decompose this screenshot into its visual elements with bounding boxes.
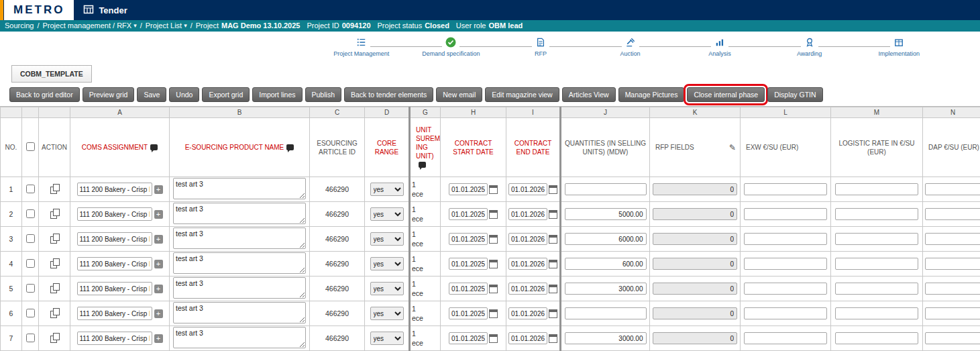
exw-input[interactable] — [744, 208, 827, 220]
edit-magazine-view-button[interactable]: Edit magazine view — [485, 87, 559, 102]
logistic-rate-input[interactable] — [835, 233, 918, 245]
calendar-icon[interactable] — [549, 185, 557, 194]
calendar-icon[interactable] — [549, 309, 557, 318]
calendar-icon[interactable] — [549, 210, 557, 219]
calendar-icon[interactable] — [489, 210, 498, 219]
contract-start-input[interactable] — [449, 258, 488, 270]
dap-input[interactable] — [925, 307, 980, 319]
contract-end-input[interactable] — [508, 208, 547, 220]
tab-cobm-template[interactable]: COBM_TEMPLATE — [11, 65, 92, 83]
contract-start-input[interactable] — [449, 183, 488, 195]
calendar-icon[interactable] — [549, 285, 557, 293]
copy-row-icon[interactable] — [50, 308, 59, 318]
core-range-select[interactable]: yes — [370, 307, 404, 320]
dap-input[interactable] — [925, 183, 980, 195]
logistic-rate-input[interactable] — [835, 183, 918, 195]
quantity-input[interactable] — [565, 258, 647, 270]
contract-start-input[interactable] — [449, 307, 488, 319]
calendar-icon[interactable] — [549, 235, 557, 244]
contract-start-input[interactable] — [449, 233, 488, 245]
contract-start-input[interactable] — [449, 208, 488, 220]
save-button[interactable]: Save — [137, 87, 166, 102]
calendar-icon[interactable] — [489, 235, 498, 244]
select-all-checkbox[interactable] — [26, 142, 35, 151]
exw-input[interactable] — [744, 332, 827, 344]
product-name-textarea[interactable]: test art 3 — [173, 228, 306, 249]
dap-input[interactable] — [925, 233, 980, 245]
core-range-select[interactable]: yes — [370, 332, 404, 345]
workflow-step-project-management[interactable]: Project Management — [317, 36, 406, 57]
row-checkbox[interactable] — [26, 284, 35, 293]
product-name-textarea[interactable]: test art 3 — [173, 302, 306, 323]
add-assignment-button[interactable]: + — [154, 235, 163, 244]
undo-button[interactable]: Undo — [169, 87, 199, 102]
exw-input[interactable] — [744, 233, 827, 245]
copy-row-icon[interactable] — [50, 234, 59, 244]
display-gtin-button[interactable]: Display GTIN — [767, 87, 822, 102]
add-assignment-button[interactable]: + — [154, 309, 163, 318]
calendar-icon[interactable] — [489, 260, 498, 268]
contract-start-input[interactable] — [449, 332, 488, 344]
contract-start-input[interactable] — [449, 283, 488, 295]
add-assignment-button[interactable]: + — [154, 334, 163, 343]
comment-icon[interactable] — [286, 144, 294, 150]
copy-row-icon[interactable] — [50, 209, 59, 219]
logistic-rate-input[interactable] — [835, 307, 918, 319]
logistic-rate-input[interactable] — [835, 208, 918, 220]
exw-input[interactable] — [744, 283, 827, 295]
row-checkbox[interactable] — [26, 185, 35, 193]
row-checkbox[interactable] — [26, 234, 35, 243]
core-range-select[interactable]: yes — [370, 282, 404, 295]
chevron-down-icon[interactable]: ▾ — [184, 20, 187, 32]
core-range-select[interactable]: yes — [370, 207, 404, 221]
breadcrumb-item-rfx[interactable]: Project management / RFX — [42, 20, 131, 32]
row-checkbox[interactable] — [26, 259, 35, 268]
quantity-input[interactable] — [565, 332, 647, 344]
core-range-select[interactable]: yes — [370, 183, 404, 196]
dap-input[interactable] — [925, 283, 980, 295]
calendar-icon[interactable] — [549, 334, 557, 343]
dap-input[interactable] — [925, 332, 980, 344]
comment-icon[interactable] — [419, 162, 426, 168]
metro-logo[interactable]: METRO — [4, 0, 74, 20]
breadcrumb-item-project-list[interactable]: Project List — [146, 20, 182, 32]
product-name-textarea[interactable]: test art 3 — [173, 178, 306, 199]
new-email-button[interactable]: New email — [436, 87, 482, 102]
export-grid-button[interactable]: Export grid — [202, 87, 250, 102]
quantity-input[interactable] — [565, 183, 647, 195]
coms-assignment-input[interactable] — [77, 332, 152, 345]
articles-view-button[interactable]: Articles View — [562, 87, 616, 102]
calendar-icon[interactable] — [489, 334, 498, 343]
contract-end-input[interactable] — [508, 183, 547, 195]
core-range-select[interactable]: yes — [370, 257, 404, 270]
back-to-grid-editor-button[interactable]: Back to grid editor — [9, 87, 80, 102]
publish-button[interactable]: Publish — [305, 87, 341, 102]
workflow-step-auction[interactable]: Auction — [586, 36, 675, 57]
breadcrumb-item-sourcing[interactable]: Sourcing — [5, 20, 34, 32]
close-internal-phase-button[interactable]: Close internal phase — [687, 87, 765, 102]
row-checkbox[interactable] — [26, 309, 35, 317]
coms-assignment-input[interactable] — [77, 232, 152, 246]
quantity-input[interactable] — [565, 307, 647, 319]
calendar-icon[interactable] — [489, 185, 498, 194]
logistic-rate-input[interactable] — [835, 283, 918, 295]
coms-assignment-input[interactable] — [77, 183, 152, 196]
workflow-step-rfp[interactable]: RFP — [496, 36, 586, 57]
add-assignment-button[interactable]: + — [154, 260, 163, 268]
add-assignment-button[interactable]: + — [154, 185, 163, 194]
product-name-textarea[interactable]: test art 3 — [173, 252, 306, 274]
contract-end-input[interactable] — [508, 307, 547, 319]
product-name-textarea[interactable]: test art 3 — [173, 203, 306, 224]
copy-row-icon[interactable] — [50, 283, 59, 293]
product-name-textarea[interactable]: test art 3 — [173, 327, 306, 348]
logistic-rate-input[interactable] — [835, 332, 918, 344]
core-range-select[interactable]: yes — [370, 232, 404, 246]
manage-pictures-button[interactable]: Manage Pictures — [618, 87, 685, 102]
back-to-tender-elements-button[interactable]: Back to tender elements — [344, 87, 433, 102]
quantity-input[interactable] — [565, 283, 647, 295]
logistic-rate-input[interactable] — [835, 258, 918, 270]
row-checkbox[interactable] — [26, 334, 35, 342]
dap-input[interactable] — [925, 258, 980, 270]
coms-assignment-input[interactable] — [77, 307, 152, 320]
contract-end-input[interactable] — [508, 233, 547, 245]
